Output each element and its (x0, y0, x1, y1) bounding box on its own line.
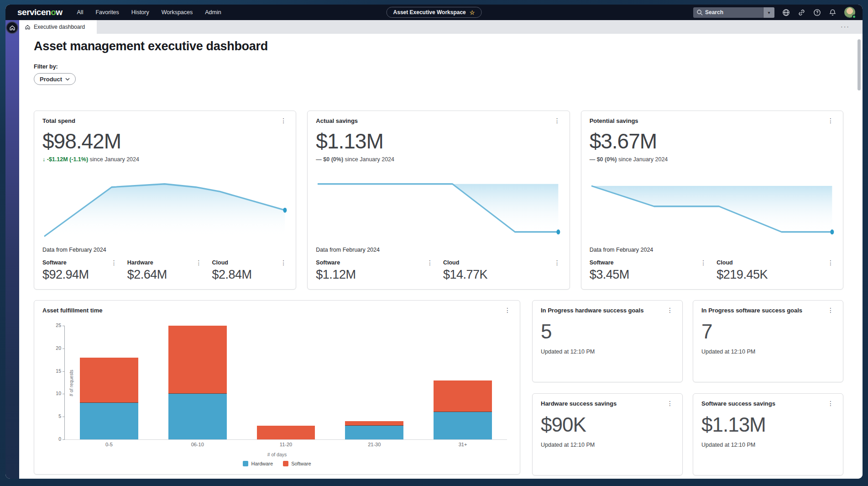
chart-title: Asset fulfillment time (42, 307, 102, 314)
y-tick-label: 20 (47, 345, 61, 351)
submetric-cloud: Cloud⋮ $219.45K (716, 259, 835, 282)
tab-label: Executive dashboard (34, 24, 85, 30)
x-axis-label: # of days (42, 452, 512, 457)
kebab-menu-icon[interactable]: ⋮ (279, 117, 288, 124)
top-nav: servicenow All Favorites History Workspa… (5, 5, 863, 20)
kpi-row: Total spend ⋮ $98.42M ↓ -$1.12M (-1.1%) … (34, 111, 843, 290)
kebab-menu-icon[interactable]: ⋮ (553, 117, 561, 124)
bar-software-06-10 (168, 326, 227, 394)
nav-item-favorites[interactable]: Favorites (95, 9, 119, 16)
nav-item-history[interactable]: History (131, 9, 149, 16)
tab-strip: Executive dashboard ··· (19, 20, 863, 34)
kpi-value: $98.42M (42, 129, 288, 153)
legend-hardware: Hardware (243, 461, 273, 466)
card-inprogress-hardware-goals: In Progress hardware success goals ⋮ 5 U… (532, 300, 683, 382)
chevron-down-icon (65, 78, 70, 81)
sidebar-strip (5, 20, 19, 479)
card-title: Total spend (42, 117, 75, 124)
servicenow-logo[interactable]: servicenow (17, 7, 63, 17)
globe-icon[interactable] (782, 9, 790, 16)
search-input[interactable] (705, 9, 763, 16)
kpi-value: $3.67M (590, 129, 835, 153)
kebab-menu-icon[interactable]: ⋮ (826, 117, 835, 124)
kebab-menu-icon[interactable]: ⋮ (553, 259, 561, 266)
y-tick-label: 10 (47, 391, 61, 396)
card-title: Potential savings (590, 117, 638, 124)
submetric-software: Software⋮ $92.94M (42, 259, 118, 282)
y-tick-mark (63, 439, 65, 440)
card-title: In Progress software success goals (701, 307, 802, 314)
bar-hardware-31+ (434, 412, 492, 439)
legend-software-swatch (283, 461, 288, 466)
bar-hardware-21-30 (345, 426, 403, 439)
nav-item-all[interactable]: All (77, 9, 84, 16)
tab-executive-dashboard[interactable]: Executive dashboard (19, 20, 97, 34)
submetric-cloud: Cloud⋮ $14.77K (443, 259, 561, 282)
asset-fulfillment-chart-card: Asset fulfillment time ⋮ # of requests 0… (34, 300, 520, 475)
user-avatar[interactable] (844, 7, 855, 18)
card-title: In Progress hardware success goals (541, 307, 643, 314)
favorite-star-icon[interactable]: ☆ (470, 9, 475, 16)
presence-indicator (852, 15, 856, 19)
bar-software-31+ (434, 380, 492, 412)
product-filter-dropdown[interactable]: Product (34, 73, 76, 85)
tab-home-icon (25, 24, 31, 30)
kebab-menu-icon[interactable]: ⋮ (503, 307, 512, 313)
help-icon[interactable] (813, 9, 821, 16)
kebab-menu-icon[interactable]: ⋮ (826, 400, 835, 407)
y-tick-mark (63, 417, 65, 417)
bell-icon[interactable] (829, 9, 837, 16)
kebab-menu-icon[interactable]: ⋮ (666, 400, 674, 407)
kpi-value: $1.13M (316, 129, 561, 153)
updated-timestamp: Updated at 12:10 PM (541, 349, 674, 355)
bar-software-0-5 (80, 358, 138, 403)
dashboard-content: Asset management executive dashboard Fil… (19, 34, 863, 479)
y-tick-mark (63, 394, 65, 394)
card-title: Software success savings (701, 400, 775, 407)
tab-overflow-button[interactable]: ··· (841, 22, 850, 31)
delta-arrow-icon: ↓ (42, 156, 45, 163)
card-value: 7 (701, 320, 835, 343)
data-footnote: Data from February 2024 (316, 247, 561, 253)
nav-item-admin[interactable]: Admin (205, 9, 221, 16)
legend-hardware-swatch (243, 461, 248, 466)
x-category-label: 0-5 (65, 442, 153, 447)
home-icon (9, 25, 16, 31)
y-tick-label: 0 (47, 436, 61, 442)
page-title: Asset management executive dashboard (34, 39, 843, 53)
workspace-pill[interactable]: Asset Executive Workspace ☆ (387, 7, 482, 18)
nav-right-group: ▾ (693, 7, 855, 18)
kebab-menu-icon[interactable]: ⋮ (826, 259, 835, 266)
legend-software: Software (283, 461, 311, 466)
x-category-label: 21-30 (330, 442, 418, 447)
card-value: $90K (541, 413, 674, 436)
workspace-pill-label: Asset Executive Workspace (393, 9, 466, 16)
x-category-label: 31+ (418, 442, 507, 447)
link-icon[interactable] (798, 9, 805, 16)
card-title: Hardware success savings (541, 400, 617, 407)
logo-text: servicen (17, 7, 51, 17)
search-box[interactable]: ▾ (693, 7, 774, 18)
kpi-delta: — $0 (0%) since January 2024 (590, 156, 835, 163)
kebab-menu-icon[interactable]: ⋮ (426, 259, 434, 266)
kebab-menu-icon[interactable]: ⋮ (279, 259, 288, 266)
home-button[interactable] (6, 21, 18, 34)
kebab-menu-icon[interactable]: ⋮ (826, 307, 835, 313)
updated-timestamp: Updated at 12:10 PM (701, 349, 835, 355)
bar-segment-divider (80, 402, 138, 403)
kebab-menu-icon[interactable]: ⋮ (195, 259, 203, 266)
card-software-success-savings: Software success savings ⋮ $1.13M Update… (693, 393, 843, 475)
bar-hardware-06-10 (168, 394, 227, 439)
kebab-menu-icon[interactable]: ⋮ (699, 259, 707, 266)
kebab-menu-icon[interactable]: ⋮ (110, 259, 118, 266)
bar-software-11-20 (257, 426, 315, 439)
filter-by-label: Filter by: (34, 63, 843, 70)
nav-item-workspaces[interactable]: Workspaces (162, 9, 193, 16)
goal-cards-grid: In Progress hardware success goals ⋮ 5 U… (532, 300, 843, 475)
kebab-menu-icon[interactable]: ⋮ (666, 307, 674, 313)
x-category-label: 06-10 (153, 442, 242, 447)
main-menu: All Favorites History Workspaces Admin (77, 9, 221, 16)
search-scope-caret[interactable]: ▾ (763, 7, 774, 18)
kpi-card-potential-savings: Potential savings ⋮ $3.67M — $0 (0%) sin… (581, 111, 843, 290)
vertical-scrollbar[interactable] (858, 39, 861, 90)
